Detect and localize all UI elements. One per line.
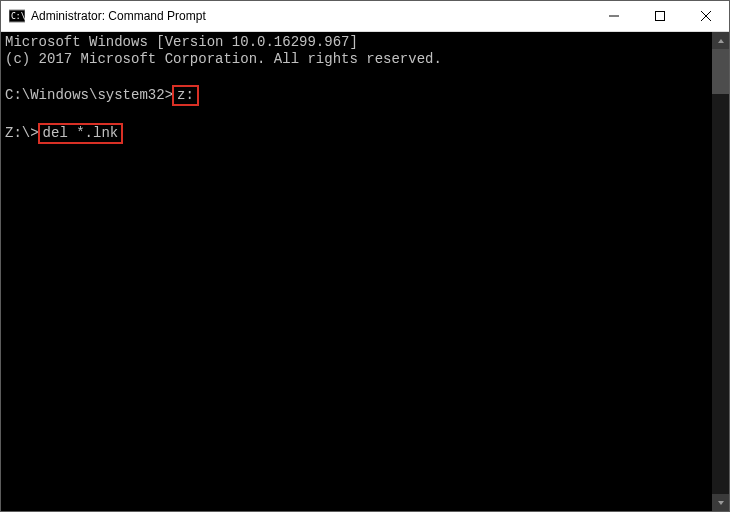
scroll-track[interactable]	[712, 49, 729, 494]
prompt-1: C:\Windows\system32>	[5, 87, 173, 103]
svg-text:C:\: C:\	[11, 12, 25, 21]
close-button[interactable]	[683, 1, 729, 31]
maximize-button[interactable]	[637, 1, 683, 31]
console-output[interactable]: Microsoft Windows [Version 10.0.16299.96…	[1, 32, 712, 511]
copyright-line: (c) 2017 Microsoft Corporation. All righ…	[5, 51, 708, 68]
prompt-2: Z:\>	[5, 125, 39, 141]
blank-line	[5, 68, 708, 85]
scroll-thumb[interactable]	[712, 49, 729, 94]
version-line: Microsoft Windows [Version 10.0.16299.96…	[5, 34, 708, 51]
titlebar[interactable]: C:\ Administrator: Command Prompt	[1, 1, 729, 32]
command-2-highlight: del *.lnk	[38, 123, 124, 144]
vertical-scrollbar[interactable]	[712, 32, 729, 511]
window-frame: C:\ Administrator: Command Prompt Micros…	[0, 0, 730, 512]
svg-rect-3	[656, 12, 665, 21]
cmd-icon: C:\	[9, 8, 25, 24]
window-title: Administrator: Command Prompt	[31, 9, 591, 23]
blank-line-2	[5, 106, 708, 123]
scroll-up-button[interactable]	[712, 32, 729, 49]
command-1: z:	[177, 87, 194, 103]
scroll-down-button[interactable]	[712, 494, 729, 511]
minimize-button[interactable]	[591, 1, 637, 31]
prompt-line-1: C:\Windows\system32>z:	[5, 85, 708, 106]
prompt-line-2: Z:\>del *.lnk	[5, 123, 708, 144]
console-area: Microsoft Windows [Version 10.0.16299.96…	[1, 32, 729, 511]
window-controls	[591, 1, 729, 31]
command-1-highlight: z:	[172, 85, 199, 106]
command-2: del *.lnk	[43, 125, 119, 141]
